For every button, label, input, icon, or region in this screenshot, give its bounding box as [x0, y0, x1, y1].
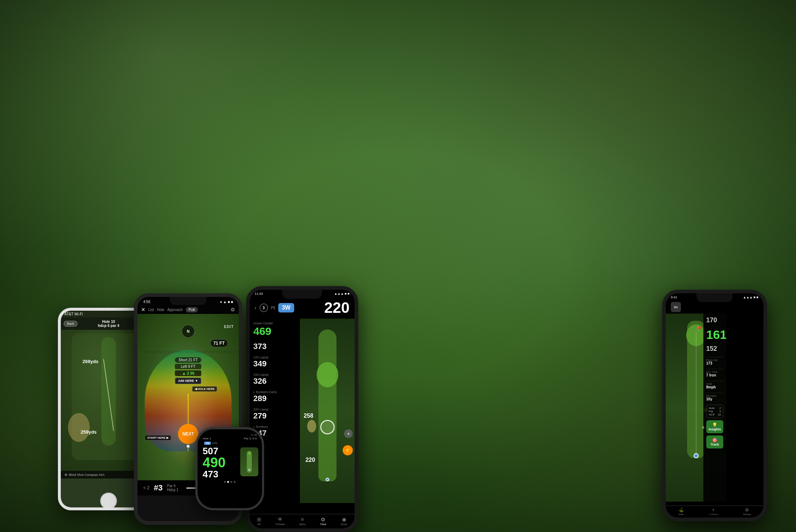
phone-3-bunkers-l: L Bunkers Carry 289 — [253, 390, 296, 403]
phone-3-dist-373: 373 — [253, 342, 296, 351]
watch-club-dist: 270 — [212, 442, 217, 445]
phone-3-nav-preview[interactable]: 👁 Preview — [276, 516, 285, 525]
phone-4-score-icon: + — [712, 507, 715, 512]
phone-2-hole-par: Par 4 — [167, 484, 179, 488]
phone-1-back-button[interactable]: Back — [64, 321, 77, 327]
phone-3-hole-badge: 3 — [259, 303, 268, 312]
phone-4-time: 9:41 — [671, 295, 677, 299]
phone-4-par-row: Par 3 — [709, 410, 721, 413]
watch-dot-4 — [234, 481, 236, 483]
watch-page-dots — [203, 481, 257, 483]
phone-2-gear-button[interactable]: ⚙ — [230, 307, 235, 312]
putt-short-label: Short 21 FT — [175, 357, 201, 363]
phone-3-nav-score[interactable]: ◉ Score — [341, 516, 347, 525]
phone-2-hole-number: #3 — [154, 483, 162, 493]
putt-hole-here-label: ◀ HOLE HERE — [192, 386, 217, 392]
phone-3-target-circle — [320, 420, 335, 434]
phone-4-path-line — [696, 332, 696, 458]
phone-4-dist-top: 170 — [706, 316, 724, 324]
watch-crown[interactable] — [263, 451, 264, 464]
phone-3-dist-220: 220 — [305, 457, 315, 463]
phone-4-device: 9:41 ▲▲▲ ■ ■ SC 🚩 170 — [662, 290, 767, 521]
putt-aim-labels: Short 21 FT Left 9 FT ▲ 2 IN AIM HERE ▼ — [175, 357, 201, 384]
phone-2-nav-hole[interactable]: Hole — [157, 308, 165, 312]
watch-par-label: Par 5, 5 H — [244, 437, 257, 440]
phone-2-navigation: ✕ List Hole Approach Putt ⚙ — [137, 305, 239, 314]
phone-3-green — [317, 362, 338, 387]
watch-status: Hole 1 Par 5, 5 H — [203, 437, 257, 440]
phone-1-footer-text: Blind Shot Compass N/A — [69, 473, 105, 477]
phone-2-nav-approach[interactable]: Approach — [167, 308, 183, 312]
phone-4-settings-icon: ⚙ — [745, 507, 749, 512]
phone-4-elevation: Elevation 10y — [706, 393, 724, 401]
phone-4-navbar: ⛳ Holes + +1 Score ⚙ Settings — [666, 506, 763, 518]
putt-aim-here-label: AIM HERE ▼ — [175, 378, 201, 384]
phone-3-green-center: Green Center 469 — [253, 322, 296, 337]
phone-4-logo-row: SC — [666, 301, 763, 314]
putt-left-label: Left 9 FT — [175, 364, 201, 369]
putt-edit-button[interactable]: EDIT — [224, 325, 234, 329]
phone-3-nav-menu[interactable]: ≡ Menu — [299, 516, 306, 525]
phone-1-carrier: AT&T Wi-Fi — [64, 312, 83, 316]
phone-3-p5: P5 — [271, 306, 275, 310]
phone-3-notch — [282, 290, 322, 299]
watch-dot-1 — [224, 481, 226, 483]
phone-3-track-icon: ⊙ — [321, 516, 325, 522]
phone-3-map-area: 258 220 ⚡ + — [300, 319, 355, 503]
phone-4-rec-club: Rec. Club 7 Iron — [706, 369, 724, 377]
phone-4-track-button[interactable]: 🎯 Track — [706, 435, 724, 448]
phone-4-map-area: 🚩 170 161 152 Plays — [666, 314, 726, 502]
phone-3-score-icon: ◉ — [342, 516, 346, 522]
phone-4-hcp-row: HCP 16 — [709, 413, 721, 416]
putt-distance-badge: 71 FT — [210, 339, 228, 347]
phone-4-side-panel: 170 161 152 Plays Like 173 Rec. Club 7 I — [703, 314, 727, 502]
phone-4-blue-dot — [694, 453, 699, 458]
phone-4-hole-row: Hole 2 — [709, 407, 721, 410]
phone-1-yardage-1: 269yds — [82, 359, 98, 364]
phone-2-close-button[interactable]: ✕ — [141, 307, 145, 312]
phone-3-header: ‹ 3 P5 3W 220 — [250, 298, 355, 319]
phone-3-dist-258: 258 — [304, 413, 313, 419]
watch-club-badge: 1W — [204, 442, 211, 445]
phone-2-nav-putt[interactable]: Putt — [186, 307, 198, 312]
phone-4-content: 🚩 170 161 152 Plays — [666, 314, 763, 502]
phone-1-yardage-2: 259yds — [81, 429, 97, 435]
phone-3-icons: ▲▲▲ ■ ■ — [334, 292, 350, 295]
watch-dist-far: 507 — [203, 446, 225, 456]
watch-dot-2 — [227, 481, 229, 483]
phone-4-status-icons: ▲▲▲ ■ ■ — [743, 295, 758, 299]
apple-watch: 11:39 Hole 1 Par 5, 5 H 1W 270 507 490 4… — [195, 427, 264, 510]
phone-4-insights-button[interactable]: 💡 Insights — [706, 420, 724, 433]
phone-4-logo: SC — [671, 302, 681, 312]
phone-2-nav-list[interactable]: List — [148, 308, 154, 312]
watch-map-thumbnail — [240, 447, 258, 476]
phone-2-hole-back[interactable]: < 2 — [143, 485, 149, 490]
phone-2-icons: ● ▲ ■ ■ — [220, 300, 233, 304]
phone-2-notch — [170, 297, 206, 305]
putt-start-here-label: START HERE ▶ — [145, 435, 171, 441]
watch-dot-3 — [230, 481, 232, 483]
phone-1-home-button[interactable] — [100, 493, 117, 509]
phone-3-time: 11:44 — [255, 292, 263, 295]
phone-4-nav-settings[interactable]: ⚙ Settings — [743, 507, 751, 515]
phone-3-nav-track[interactable]: ⊙ Track — [320, 516, 326, 525]
watch-dist-near: 473 — [203, 469, 225, 479]
phone-3-nav-ar[interactable]: ⊞ AR — [257, 516, 261, 525]
phone-3-content: Green Center 469 373 125 Layup 349 150 L… — [250, 319, 355, 503]
phone-2-time: 4:56 — [143, 300, 150, 304]
putt-next-button[interactable]: NEXT — [178, 424, 198, 444]
phone-4-screen: 9:41 ▲▲▲ ■ ■ SC 🚩 170 — [666, 293, 763, 518]
phone-3-layup-150: 150 Layup 326 — [253, 373, 296, 386]
phone-4-dist-mid: 161 — [706, 328, 724, 341]
phone-3-screen: 11:44 ▲▲▲ ■ ■ ‹ 3 P5 3W 220 Green Center… — [250, 290, 355, 528]
phone-4-nav-score[interactable]: + +1 Score — [709, 507, 718, 515]
phone-3-lightning-badge: ⚡ — [343, 445, 353, 455]
phone-4-wind: Wind 8mph — [706, 381, 724, 389]
phone-3-plus-badge[interactable]: + — [344, 429, 353, 438]
phone-1-hole-sub: hdcp 6 par 4 — [98, 324, 119, 328]
watch-button[interactable] — [262, 469, 264, 476]
phone-4-nav-holes[interactable]: ⛳ Holes — [678, 507, 684, 515]
phone-3-navbar: ⊞ AR 👁 Preview ≡ Menu ⊙ Track ◉ Score — [250, 514, 355, 528]
phone-3-back-button[interactable]: ‹ — [255, 305, 257, 311]
watch-hole-label: Hole 1 — [203, 437, 211, 440]
